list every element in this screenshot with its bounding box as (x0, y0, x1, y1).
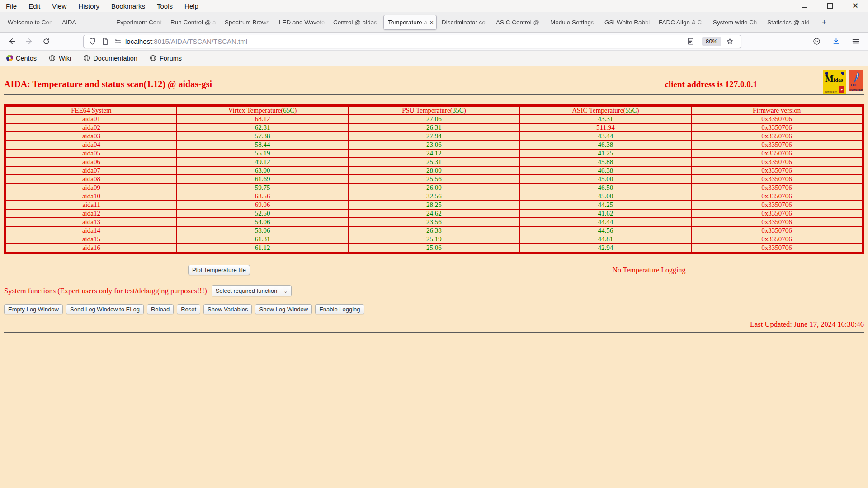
cell-firmware-version: 0x3350706 (691, 158, 863, 166)
cell-psu-temperature: 26.00 (348, 183, 519, 192)
bookmark-documentation[interactable]: Documentation (83, 54, 137, 62)
reader-mode-icon[interactable] (686, 37, 696, 47)
reset-button[interactable]: Reset (177, 304, 200, 314)
empty-log-window-button[interactable]: Empty Log Window (4, 304, 63, 314)
column-header: Virtex Temperature(65C) (177, 106, 348, 115)
tab-label: Module Settings (550, 19, 597, 26)
function-select-value: Select required function (216, 287, 278, 294)
bookmark-forums[interactable]: Forums (149, 54, 182, 62)
page-info-icon[interactable] (100, 37, 110, 47)
toolbar-right (812, 37, 863, 46)
globe-icon (149, 54, 157, 62)
table-row: aida1354.0623.5644.440x3350706 (5, 218, 863, 226)
new-tab-button[interactable]: + (817, 15, 831, 29)
tab-system-wide-ch[interactable]: System wide Ch (709, 15, 762, 30)
cell-firmware-version: 0x3350706 (691, 235, 863, 244)
tab-spectrum-brows[interactable]: Spectrum Brows (221, 15, 274, 30)
tab-statistics-aid[interactable]: Statistics @ aid (763, 15, 816, 30)
bookmark-wiki[interactable]: Wiki (48, 54, 71, 62)
tab-label: Run Control @ a (170, 19, 217, 26)
tab-led-and-wavefo[interactable]: LED and Wavefo (275, 15, 328, 30)
system-functions-label: System functions (Expert users only for … (4, 286, 207, 296)
minimize-button[interactable] (801, 2, 808, 9)
tab-welcome-to-cen[interactable]: Welcome to Cen (4, 15, 57, 30)
cell-system: aida06 (5, 158, 177, 166)
show-log-window-button[interactable]: Show Log Window (255, 304, 312, 314)
last-updated: Last Updated: June 17, 2024 16:30:46 (4, 320, 864, 329)
cell-system: aida12 (5, 209, 177, 218)
bookmark-label: Forums (160, 55, 182, 62)
menu-view[interactable]: View (46, 2, 72, 10)
url-bar[interactable]: localhost:8015/AIDA/TSCAN/TSCAN.tml 80% (83, 35, 741, 48)
tab-temperature-a[interactable]: Temperature a× (383, 15, 437, 30)
cell-psu-temperature: 23.06 (348, 141, 519, 149)
shield-icon[interactable] (87, 37, 97, 47)
cell-psu-temperature: 27.94 (348, 132, 519, 141)
tab-asic-control[interactable]: ASIC Control @ (492, 15, 545, 30)
divider (4, 94, 864, 95)
plot-temperature-button[interactable]: Plot Temperature file (188, 265, 250, 275)
menu-bookmarks[interactable]: Bookmarks (105, 2, 151, 10)
table-row: aida1661.1225.0642.940x3350706 (5, 244, 863, 253)
reload-button[interactable]: Reload (147, 304, 174, 314)
menu-hamburger-icon[interactable] (851, 37, 860, 46)
tab-module-settings[interactable]: Module Settings (546, 15, 599, 30)
tab-fadc-align-c[interactable]: FADC Align & C (655, 15, 708, 30)
reload-icon[interactable] (40, 35, 52, 48)
menu-history[interactable]: History (72, 2, 105, 10)
cell-asic-temperature: 44.25 (520, 201, 691, 209)
table-row: aida0168.1227.0643.310x3350706 (5, 115, 863, 123)
cell-firmware-version: 0x3350706 (691, 123, 863, 132)
cell-system: aida01 (5, 115, 177, 123)
navigation-toolbar: localhost:8015/AIDA/TSCAN/TSCAN.tml 80% (0, 33, 868, 51)
download-icon[interactable] (832, 37, 840, 46)
connection-icon[interactable] (113, 37, 123, 47)
url-text[interactable]: localhost:8015/AIDA/TSCAN/TSCAN.tml (125, 38, 686, 45)
table-row: aida1458.0626.3844.560x3350706 (5, 226, 863, 235)
menu-help[interactable]: Help (179, 2, 204, 10)
column-header: PSU Temperature(35C) (348, 106, 519, 115)
bookmarks-bar: CentosWikiDocumentationForums (0, 51, 868, 66)
tab-aida[interactable]: AIDA (58, 15, 111, 30)
cell-virtex-temperature: 62.31 (177, 123, 348, 132)
table-row: aida0649.1225.3145.880x3350706 (5, 158, 863, 166)
tab-close-icon[interactable]: × (429, 19, 434, 26)
tab-control-aidas[interactable]: Control @ aidas (329, 15, 382, 30)
bookmark-star-icon[interactable] (725, 37, 735, 47)
cell-virtex-temperature: 69.06 (177, 201, 348, 209)
zoom-level-button[interactable]: 80% (702, 37, 721, 46)
tab-gsi-white-rabbi[interactable]: GSI White Rabbi (600, 15, 654, 30)
back-icon[interactable] (5, 35, 18, 48)
cell-psu-temperature: 24.12 (348, 149, 519, 158)
tabs: Welcome to CenAIDAExperiment ContRun Con… (4, 15, 817, 30)
forward-icon[interactable] (23, 35, 35, 48)
maximize-button[interactable] (826, 2, 834, 9)
chevron-down-icon: ⌄ (283, 290, 288, 292)
menu-edit[interactable]: Edit (23, 2, 46, 10)
menu-tools[interactable]: Tools (151, 2, 179, 10)
cell-system: aida14 (5, 226, 177, 235)
bookmark-centos[interactable]: Centos (6, 55, 37, 62)
cell-asic-temperature: 45.00 (520, 175, 691, 183)
tab-label: ASIC Control @ (496, 19, 542, 26)
tab-discriminator-co[interactable]: Discriminator co (438, 15, 491, 30)
cell-asic-temperature: 43.31 (520, 115, 691, 123)
tab-run-control-a[interactable]: Run Control @ a (166, 15, 220, 30)
function-select[interactable]: Select required function ⌄ (212, 285, 292, 296)
tab-experiment-cont[interactable]: Experiment Cont (112, 15, 165, 30)
cell-asic-temperature: 45.00 (520, 192, 691, 201)
table-row: aida1169.0628.2544.250x3350706 (5, 201, 863, 209)
cell-system: aida08 (5, 175, 177, 183)
show-variables-button[interactable]: Show Variables (203, 304, 252, 314)
page-content: AIDA: Temperature and status scan(1.12) … (0, 66, 868, 488)
pocket-icon[interactable] (812, 37, 821, 46)
cell-psu-temperature: 25.31 (348, 158, 519, 166)
enable-logging-button[interactable]: Enable Logging (315, 304, 364, 314)
table-row: aida0959.7526.0046.500x3350706 (5, 183, 863, 192)
send-log-window-to-elog-button[interactable]: Send Log Window to ELog (66, 304, 144, 314)
close-button[interactable]: ✕ (852, 2, 859, 9)
window-controls: ✕ (801, 2, 868, 9)
midas-powered-icon: F (839, 86, 844, 93)
cell-virtex-temperature: 61.31 (177, 235, 348, 244)
menu-file[interactable]: File (0, 2, 23, 10)
